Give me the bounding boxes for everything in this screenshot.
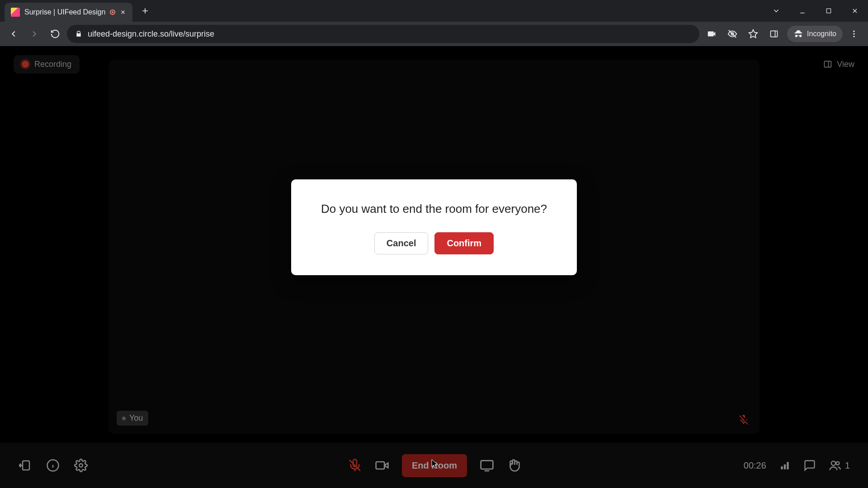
svg-point-4: [853, 33, 854, 34]
svg-point-5: [853, 36, 854, 37]
svg-point-3: [853, 31, 854, 32]
reload-button[interactable]: [46, 25, 64, 43]
confirm-button[interactable]: Confirm: [434, 232, 494, 254]
url-text: uifeed-design.circle.so/live/surprise: [88, 29, 214, 39]
new-tab-button[interactable]: [132, 6, 158, 15]
favicon-icon: [11, 8, 20, 17]
modal-overlay: Do you want to end the room for everyone…: [0, 46, 868, 488]
tracking-off-icon[interactable]: [723, 24, 742, 43]
tab-recording-icon: [110, 9, 115, 15]
modal-title: Do you want to end the room for everyone…: [309, 202, 559, 216]
lock-icon: [75, 30, 82, 38]
bookmark-button[interactable]: [744, 24, 763, 43]
close-window-button[interactable]: [842, 0, 868, 22]
cancel-button[interactable]: Cancel: [374, 232, 429, 254]
svg-rect-0: [826, 9, 830, 13]
close-tab-button[interactable]: [120, 9, 126, 15]
minimize-button[interactable]: [789, 0, 816, 22]
tab-title: Surprise | UIFeed Design: [24, 8, 105, 16]
svg-rect-2: [771, 31, 778, 37]
incognito-label: Incognito: [807, 30, 836, 38]
maximize-button[interactable]: [816, 0, 842, 22]
confirm-label: Confirm: [447, 238, 481, 248]
modal-actions: Cancel Confirm: [309, 232, 559, 254]
browser-tab[interactable]: Surprise | UIFeed Design: [5, 3, 132, 22]
cancel-label: Cancel: [387, 238, 416, 248]
toolbar-actions: Incognito: [702, 24, 863, 43]
address-bar[interactable]: uifeed-design.circle.so/live/surprise: [67, 25, 699, 43]
window-controls: [763, 0, 868, 22]
tabs-dropdown-button[interactable]: [763, 0, 789, 22]
browser-toolbar: uifeed-design.circle.so/live/surprise In…: [0, 22, 868, 46]
browser-menu-button[interactable]: [844, 24, 863, 43]
incognito-icon: [793, 29, 803, 39]
forward-button[interactable]: [25, 25, 43, 43]
back-button[interactable]: [5, 25, 23, 43]
window-titlebar: Surprise | UIFeed Design: [0, 0, 868, 22]
side-panel-button[interactable]: [764, 24, 783, 43]
camera-indicator-icon[interactable]: [702, 24, 721, 43]
incognito-indicator[interactable]: Incognito: [787, 26, 843, 42]
end-room-modal: Do you want to end the room for everyone…: [291, 179, 577, 275]
